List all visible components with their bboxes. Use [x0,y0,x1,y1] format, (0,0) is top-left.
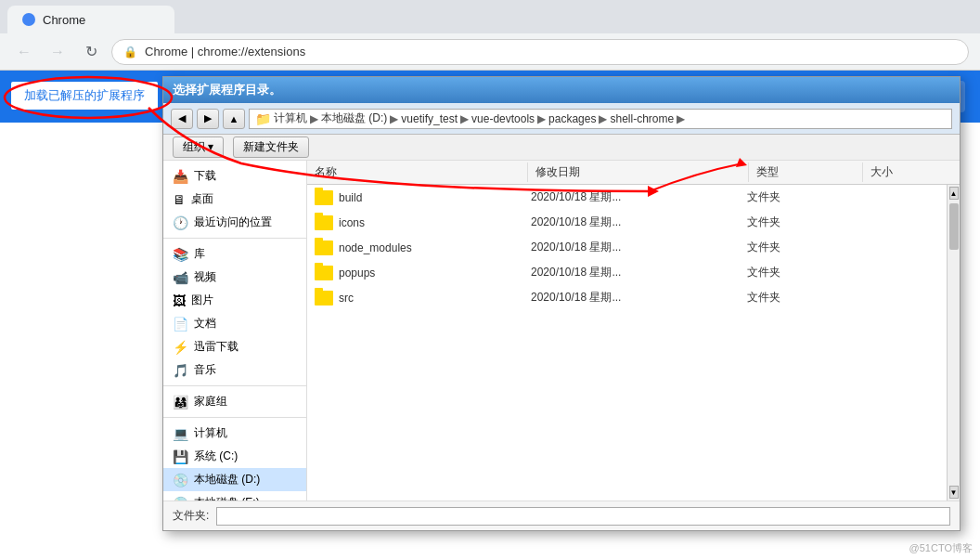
file-cell-size-build [851,196,947,200]
breadcrumb-item-2: vuetify_test [401,112,458,125]
dialog-back-btn[interactable]: ◀ [171,109,193,129]
breadcrumb-item-3: vue-devtools [471,112,535,125]
tab-title: Chrome [43,13,85,27]
file-row-build[interactable]: build 2020/10/18 星期... 文件夹 [307,185,947,210]
file-cell-date-icons: 2020/10/18 星期... [523,213,740,232]
pc-icon: 💻 [173,426,188,441]
extensions-page: ≡ 扩展程序 🔍 加载已解压的扩展程序 [0,71,980,559]
file-cell-name: popups [307,264,523,282]
divider-1 [163,238,306,239]
breadcrumb-sep-4: ▶ [599,112,607,125]
breadcrumb-bar: 📁 计算机 ▶ 本地磁盘 (D:) ▶ vuetify_test ▶ vue-d… [249,109,952,129]
left-item-homegroup[interactable]: 👨‍👩‍👧 家庭组 [163,390,306,413]
file-cell-size-icons [851,221,947,225]
file-cell-size-popups [851,271,947,275]
scrollbar[interactable]: ▲ ▼ [947,185,960,500]
file-cell-date-src: 2020/10/18 星期... [523,288,740,307]
address-bar[interactable]: 🔒 Chrome | chrome://extensions [111,39,969,65]
file-cell-type-node: 文件夹 [740,238,851,257]
dialog-content: 📥 下载 🖥 桌面 🕐 最近访问的位置 📚 库 [163,161,960,500]
document-icon: 📄 [173,317,188,332]
forward-icon: → [50,44,65,60]
file-list-container: build 2020/10/18 星期... 文件夹 [307,185,960,500]
video-icon: 📹 [173,270,188,285]
tab-bar: Chrome [0,0,980,33]
address-text: Chrome | chrome://extensions [145,45,305,58]
left-item-drive-d[interactable]: 💿 本地磁盘 (D:) [163,468,306,491]
tab-favicon [22,13,35,26]
dialog-title: 选择扩展程序目录。 [173,82,281,98]
active-tab[interactable]: Chrome [7,6,174,33]
dialog-forward-btn[interactable]: ▶ [197,109,219,129]
scroll-up-btn[interactable]: ▲ [949,187,959,200]
image-icon: 🖼 [173,293,186,308]
dialog-up-btn[interactable]: ▲ [223,109,245,129]
recent-icon: 🕐 [173,215,188,230]
file-row-popups[interactable]: popups 2020/10/18 星期... 文件夹 [307,260,947,285]
breadcrumb-item-0: 计算机 [274,110,307,126]
left-item-image[interactable]: 🖼 图片 [163,289,306,312]
file-dialog: 选择扩展程序目录。 ◀ ▶ ▲ 📁 计算机 ▶ 本地磁盘 (D:) ▶ vuet… [162,76,961,531]
file-cell-name: build [307,188,523,207]
file-cell-type-icons: 文件夹 [740,213,851,232]
nav-bar: ← → ↻ 🔒 Chrome | chrome://extensions [0,33,980,71]
left-panel: 📥 下载 🖥 桌面 🕐 最近访问的位置 📚 库 [163,161,307,500]
file-row-node-modules[interactable]: node_modules 2020/10/18 星期... 文件夹 [307,235,947,260]
reload-icon: ↻ [85,43,97,60]
dialog-title-bar: 选择扩展程序目录。 [163,77,960,103]
left-item-library[interactable]: 📚 库 [163,242,306,266]
left-item-pc[interactable]: 💻 计算机 [163,422,306,445]
xunlei-icon: ⚡ [173,340,188,355]
left-item-download[interactable]: 📥 下载 [163,164,306,188]
browser-window: Chrome ← → ↻ 🔒 Chrome | chrome://extensi… [0,0,980,559]
left-item-xunlei[interactable]: ⚡ 迅雷下载 [163,335,306,358]
new-folder-btn[interactable]: 新建文件夹 [233,136,309,158]
file-cell-name: node_modules [307,239,523,257]
homegroup-icon: 👨‍👩‍👧 [173,395,188,410]
drive-c-icon: 💾 [173,449,188,464]
file-cell-name: src [307,289,523,307]
load-unpacked-button[interactable]: 加载已解压的扩展程序 [9,80,160,111]
right-panel: 名称 修改日期 类型 大小 [307,161,960,500]
left-item-music[interactable]: 🎵 音乐 [163,358,306,382]
col-size[interactable]: 大小 [863,162,960,182]
left-item-recent[interactable]: 🕐 最近访问的位置 [163,211,306,234]
organize-btn[interactable]: 组织 ▾ [173,136,224,158]
folder-icon-icons [315,215,333,230]
dialog-toolbar: 组织 ▾ 新建文件夹 [163,135,960,161]
left-item-desktop[interactable]: 🖥 桌面 [163,188,306,211]
reload-button[interactable]: ↻ [78,39,104,65]
col-type[interactable]: 类型 [749,162,863,182]
forward-button[interactable]: → [45,39,71,65]
scroll-thumb[interactable] [949,203,959,250]
folder-icon-src [315,291,333,306]
col-name[interactable]: 名称 [307,162,528,182]
breadcrumb-sep-0: ▶ [310,112,318,125]
left-item-video[interactable]: 📹 视频 [163,266,306,289]
file-cell-name: icons [307,214,523,232]
filename-label: 文件夹: [173,508,209,524]
folder-icon-small: 📁 [255,111,271,126]
scroll-down-btn[interactable]: ▼ [949,486,959,499]
file-cell-date-build: 2020/10/18 星期... [523,188,740,207]
left-item-drive-c[interactable]: 💾 系统 (C:) [163,445,306,468]
breadcrumb-item-5: shell-chrome [610,112,674,125]
left-item-drive-e[interactable]: 💿 本地磁盘 (E:) [163,491,306,500]
back-button[interactable]: ← [11,39,37,65]
col-date[interactable]: 修改日期 [528,162,749,182]
file-list: build 2020/10/18 星期... 文件夹 [307,185,947,500]
file-cell-size-node [851,246,947,250]
file-row-icons[interactable]: icons 2020/10/18 星期... 文件夹 [307,210,947,235]
filename-input[interactable] [216,507,950,526]
folder-icon: 📥 [173,169,188,184]
file-row-src[interactable]: src 2020/10/18 星期... 文件夹 [307,285,947,310]
divider-2 [163,385,306,386]
file-cell-size-src [851,296,947,300]
folder-icon-popups [315,266,333,280]
lock-icon: 🔒 [123,46,137,58]
left-item-document[interactable]: 📄 文档 [163,312,306,335]
breadcrumb-item-4: packages [548,112,596,125]
divider-3 [163,417,306,418]
file-cell-type-popups: 文件夹 [740,263,851,282]
breadcrumb-sep-2: ▶ [460,112,469,125]
